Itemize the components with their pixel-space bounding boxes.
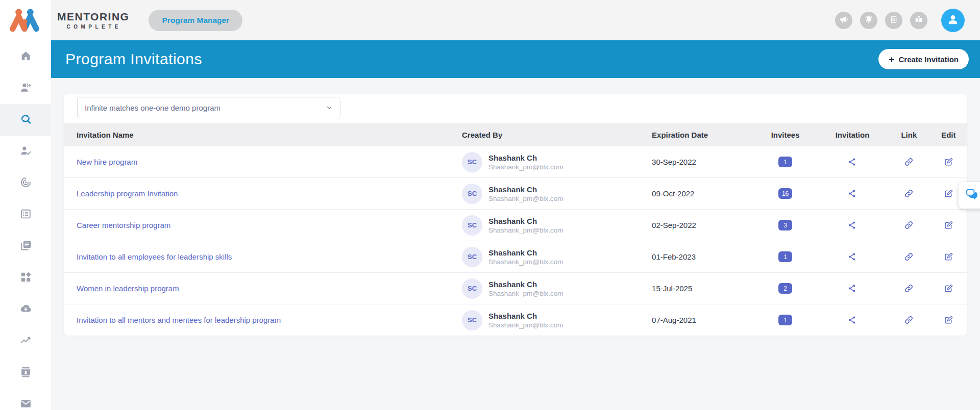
library-copies-icon <box>19 239 32 254</box>
program-select-value: Infinite matches one-one demo program <box>85 104 220 112</box>
table-header-row: Invitation Name Created By Expiration Da… <box>64 123 967 146</box>
page-header: Program Invitations + Create Invitation <box>51 40 980 78</box>
creator-name: Shashank Ch <box>488 280 564 289</box>
sidebar-item-home[interactable] <box>0 41 51 72</box>
invitation-name-link[interactable]: Career mentorship program <box>77 221 170 229</box>
invitation-name-link[interactable]: Women in leadership program <box>77 284 179 293</box>
edit-invitation-icon[interactable] <box>944 220 953 230</box>
creator-email: Shashank_pm@blx.com <box>488 290 564 297</box>
book-reader-icon <box>914 14 924 27</box>
announcements-button[interactable] <box>835 12 852 29</box>
copy-link-icon[interactable] <box>904 189 914 198</box>
expiration-date: 07-Aug-2021 <box>652 316 754 324</box>
col-invitees: Invitees <box>754 131 817 139</box>
user-check-icon <box>19 144 32 159</box>
expiration-date: 15-Jul-2025 <box>652 284 754 293</box>
sidebar-item-forms[interactable] <box>0 199 51 230</box>
col-link: Link <box>888 131 930 139</box>
invitations-card: Infinite matches one-one demo program In… <box>64 94 967 336</box>
invitation-name-link[interactable]: Invitation to all mentors and mentees fo… <box>77 316 281 324</box>
trend-chart-icon <box>19 334 32 349</box>
edit-invitation-icon[interactable] <box>944 315 953 325</box>
sidebar-nav <box>0 41 51 410</box>
create-invitation-label: Create Invitation <box>898 55 959 64</box>
edit-invitation-icon[interactable] <box>944 189 953 198</box>
sidebar-item-matching[interactable] <box>0 104 51 136</box>
col-invitation-name: Invitation Name <box>64 131 462 139</box>
mentoring-complete-logo-icon <box>9 8 42 33</box>
topbar-actions <box>827 9 965 32</box>
share-invitation-icon[interactable] <box>847 252 857 262</box>
create-invitation-button[interactable]: + Create Invitation <box>878 49 969 69</box>
creator-initials-avatar: SC <box>462 152 482 172</box>
program-select[interactable]: Infinite matches one-one demo program <box>77 97 340 118</box>
table-row: Invitation to all employees for leadersh… <box>64 241 967 272</box>
invitees-count-badge[interactable]: 3 <box>778 220 792 230</box>
share-invitation-icon[interactable] <box>847 157 857 167</box>
edit-invitation-icon[interactable] <box>944 157 953 167</box>
chat-widget-button[interactable] <box>959 182 980 209</box>
table-row: Women in leadership program SC Shashank … <box>64 272 967 304</box>
invitees-count-badge[interactable]: 16 <box>778 188 792 199</box>
invitees-count-badge[interactable]: 1 <box>778 157 792 167</box>
expiration-date: 02-Sep-2022 <box>652 221 754 229</box>
training-button[interactable] <box>910 12 927 29</box>
sidebar-item-cloud-download[interactable] <box>0 294 51 325</box>
creator-email: Shashank_pm@blx.com <box>488 195 564 202</box>
invitees-count-badge[interactable]: 1 <box>778 315 792 325</box>
invitation-name-link[interactable]: New hire program <box>77 158 137 166</box>
table-row: New hire program SC Shashank Ch Shashank… <box>64 146 967 177</box>
share-invitation-icon[interactable] <box>847 220 857 230</box>
sidebar-item-user-check[interactable] <box>0 136 51 167</box>
invitees-count-badge[interactable]: 2 <box>778 283 792 294</box>
invitation-name-link[interactable]: Invitation to all employees for leadersh… <box>77 252 232 261</box>
creator-initials-avatar: SC <box>462 184 482 204</box>
bell-icon <box>864 14 874 27</box>
copy-link-icon[interactable] <box>904 284 914 293</box>
page-title: Program Invitations <box>65 50 202 68</box>
copy-link-icon[interactable] <box>904 157 914 167</box>
forms-list-icon <box>19 208 32 222</box>
contact-card-icon <box>19 366 32 380</box>
brand-logo[interactable] <box>0 0 51 41</box>
sidebar-item-widgets[interactable] <box>0 262 51 294</box>
copy-link-icon[interactable] <box>904 315 914 325</box>
col-created-by: Created By <box>462 131 652 139</box>
sidebar-item-reports[interactable] <box>0 325 51 357</box>
sidebar-item-goals[interactable] <box>0 167 51 199</box>
table-row: Career mentorship program SC Shashank Ch… <box>64 209 967 241</box>
home-icon <box>19 49 32 64</box>
edit-invitation-icon[interactable] <box>944 284 953 293</box>
copy-link-icon[interactable] <box>904 252 914 262</box>
share-invitation-icon[interactable] <box>847 284 857 293</box>
sidebar-item-mail[interactable] <box>0 389 51 410</box>
copy-link-icon[interactable] <box>904 220 914 230</box>
expiration-date: 09-Oct-2022 <box>652 189 754 198</box>
sidebar-item-add-user[interactable] <box>0 72 51 104</box>
megaphone-icon <box>839 14 849 27</box>
invitation-name-link[interactable]: Leadership program Invitation <box>77 189 178 198</box>
creator-initials-avatar: SC <box>462 310 482 330</box>
share-invitation-icon[interactable] <box>847 315 857 325</box>
notes-button[interactable] <box>885 12 902 29</box>
plus-icon: + <box>889 55 894 64</box>
creator-name: Shashank Ch <box>488 248 564 257</box>
user-icon <box>946 12 960 29</box>
share-invitation-icon[interactable] <box>847 189 857 198</box>
invitees-count-badge[interactable]: 1 <box>778 251 792 262</box>
edit-invitation-icon[interactable] <box>944 252 953 262</box>
table-row: Invitation to all mentors and mentees fo… <box>64 304 967 336</box>
role-badge[interactable]: Program Manager <box>149 10 242 31</box>
cloud-download-icon <box>19 302 32 317</box>
col-expiration-date: Expiration Date <box>652 131 754 139</box>
sidebar-item-contact-card[interactable] <box>0 357 51 389</box>
topbar: MENTORING COMPLETE Program Manager <box>51 0 980 40</box>
chevron-down-icon <box>326 104 333 111</box>
user-avatar[interactable] <box>941 9 965 32</box>
brand-name: MENTORING <box>57 11 129 22</box>
creator-name: Shashank Ch <box>488 153 564 162</box>
creator-initials-avatar: SC <box>462 247 482 267</box>
notifications-button[interactable] <box>860 12 877 29</box>
creator-name: Shashank Ch <box>488 217 564 225</box>
sidebar-item-library[interactable] <box>0 230 51 262</box>
